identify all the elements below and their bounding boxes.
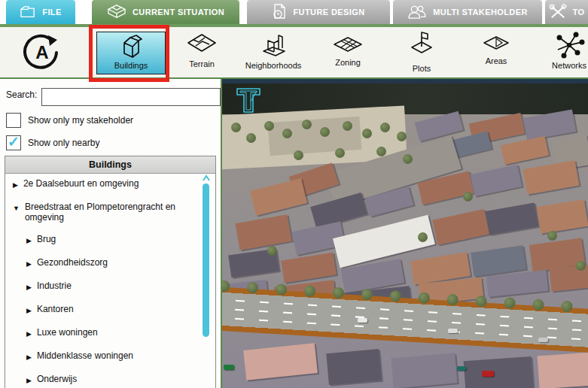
search-input[interactable] xyxy=(41,88,221,106)
tree-item[interactable]: ▶Industrie xyxy=(5,276,200,293)
tab-label: MULTI STAKEHOLDER xyxy=(433,8,528,17)
tree-item[interactable]: ▶Kantoren xyxy=(5,299,200,316)
tree xyxy=(418,232,428,242)
building-block xyxy=(471,165,522,197)
street-tree xyxy=(276,283,288,296)
chevron-collapsed-icon[interactable]: ▶ xyxy=(26,329,32,339)
checkbox-show-only-nearby[interactable]: Show only nearby xyxy=(6,135,99,150)
chevron-collapsed-icon[interactable]: ▶ xyxy=(13,180,18,190)
tree xyxy=(335,148,345,158)
toolbar-item-label: Areas xyxy=(486,56,507,65)
search-row: Search: xyxy=(6,89,37,100)
tree-item[interactable]: ▶Brug xyxy=(5,229,200,246)
toolbar-item-terrain[interactable]: Terrain xyxy=(166,32,238,74)
tree-item-label: Onderwijs xyxy=(37,374,77,384)
street-tree xyxy=(561,301,573,313)
tree xyxy=(267,246,277,256)
tab-current-situation[interactable]: CURRENT SITUATION xyxy=(92,0,239,24)
toolbar-item-label: Zoning xyxy=(335,58,361,67)
neighborhoods-icon xyxy=(257,32,289,59)
list-scrollbar[interactable] xyxy=(202,158,211,383)
tab-bar: FILE CURRENT SITUATION FUTURE DESIGN M xyxy=(0,0,588,27)
tab-future-design[interactable]: FUTURE DESIGN xyxy=(247,0,390,24)
chevron-collapsed-icon[interactable]: ▶ xyxy=(26,235,32,246)
tools-icon xyxy=(549,4,567,20)
tree xyxy=(362,129,372,138)
toolbar-item-label: Neighborhoods xyxy=(245,61,302,70)
tree-item[interactable]: ▶Luxe woningen xyxy=(5,323,200,339)
street-tree xyxy=(446,294,459,306)
tab-file[interactable]: FILE xyxy=(6,0,75,24)
tab-multi-stakeholder[interactable]: MULTI STAKEHOLDER xyxy=(393,0,542,24)
checkbox-label: Show only my stakeholder xyxy=(28,115,133,126)
sidebar: Search: Show only my stakeholder Show on… xyxy=(0,79,221,388)
tree xyxy=(264,121,274,131)
toolbar-item-areas[interactable]: Areas xyxy=(460,32,532,74)
tree xyxy=(376,147,386,156)
toolbar-item-label: Plots xyxy=(413,64,431,73)
toolbar-item-neighborhoods[interactable]: Neighborhoods xyxy=(237,32,309,74)
tab-tools[interactable]: TO xyxy=(545,0,588,24)
chevron-collapsed-icon[interactable]: ▶ xyxy=(26,305,32,316)
checkbox-show-only-my-stakeholder[interactable]: Show only my stakeholder xyxy=(6,113,133,128)
toolbar-item-zoning[interactable]: Zoning xyxy=(312,32,384,74)
tree-item[interactable]: ▶2e Daalsebuurt en omgeving xyxy=(5,174,200,190)
tree xyxy=(231,123,241,132)
tree-item[interactable]: ▶Middenklasse woningen xyxy=(5,346,200,362)
building-block xyxy=(432,209,489,245)
networks-icon xyxy=(553,32,585,59)
building-block xyxy=(250,178,307,216)
clock-document-icon xyxy=(272,4,287,20)
toolbar-item-buildings[interactable]: Buildings xyxy=(96,32,166,74)
scrollbar-thumb[interactable] xyxy=(203,183,209,337)
people-icon xyxy=(407,5,427,20)
tree xyxy=(380,123,390,132)
toolbar: A Buildings Terrain Neighborhoods xyxy=(0,27,588,79)
tree-item[interactable]: ▶Gezondheidszorg xyxy=(5,253,200,269)
scroll-up-icon[interactable] xyxy=(202,174,211,182)
chevron-expanded-icon[interactable]: ▼ xyxy=(13,203,20,214)
buildings-icon xyxy=(116,32,146,59)
tree-item-label: 2e Daalsebuurt en omgeving xyxy=(23,178,139,189)
chevron-collapsed-icon[interactable]: ▶ xyxy=(26,352,32,362)
toolbar-item-label: Terrain xyxy=(189,59,215,68)
chevron-collapsed-icon[interactable]: ▶ xyxy=(26,282,32,293)
folder-icon xyxy=(20,5,36,19)
viewport-3d[interactable] xyxy=(221,79,588,388)
tab-label: FILE xyxy=(42,8,61,17)
building-block xyxy=(523,160,580,195)
building-block xyxy=(486,203,539,235)
building-block xyxy=(501,136,549,165)
buildings-tree: ▶2e Daalsebuurt en omgeving▼Breedstraat … xyxy=(5,174,200,388)
checkbox-label: Show only nearby xyxy=(28,138,99,148)
checkbox-box[interactable] xyxy=(6,135,21,150)
building-block xyxy=(486,270,548,297)
tree xyxy=(397,132,407,141)
tree xyxy=(294,150,303,160)
chevron-collapsed-icon[interactable]: ▶ xyxy=(26,375,32,386)
car xyxy=(457,366,466,371)
checkbox-box[interactable] xyxy=(6,113,21,128)
search-label: Search: xyxy=(6,89,37,100)
chevron-collapsed-icon[interactable]: ▶ xyxy=(26,259,32,269)
toolbar-item-networks[interactable]: Networks xyxy=(533,32,588,74)
tree-item-label: Industrie xyxy=(37,280,72,291)
building-block xyxy=(464,356,534,388)
zoning-icon xyxy=(331,32,364,56)
tree-item-label: Luxe woningen xyxy=(37,327,98,338)
application-window: FILE CURRENT SITUATION FUTURE DESIGN M xyxy=(0,0,588,388)
building-block xyxy=(391,353,457,388)
tree-item-label: Brug xyxy=(37,234,56,244)
tree-item[interactable]: ▼Breedstraat en Plompetorengracht en omg… xyxy=(5,197,200,223)
tree xyxy=(576,261,586,271)
building-block xyxy=(471,245,526,276)
auto-rotate-button[interactable]: A xyxy=(23,33,62,72)
tree-item-label: Breedstraat en Plompetorengracht en omge… xyxy=(25,202,200,223)
car xyxy=(448,329,458,333)
tree-item[interactable]: ▶Onderwijs xyxy=(5,369,200,386)
car xyxy=(224,365,234,370)
toolbar-item-plots[interactable]: Plots xyxy=(385,32,458,74)
tab-label: TO xyxy=(573,8,585,17)
street-tree xyxy=(247,282,259,294)
tree-item-label: Middenklasse woningen xyxy=(37,350,133,361)
